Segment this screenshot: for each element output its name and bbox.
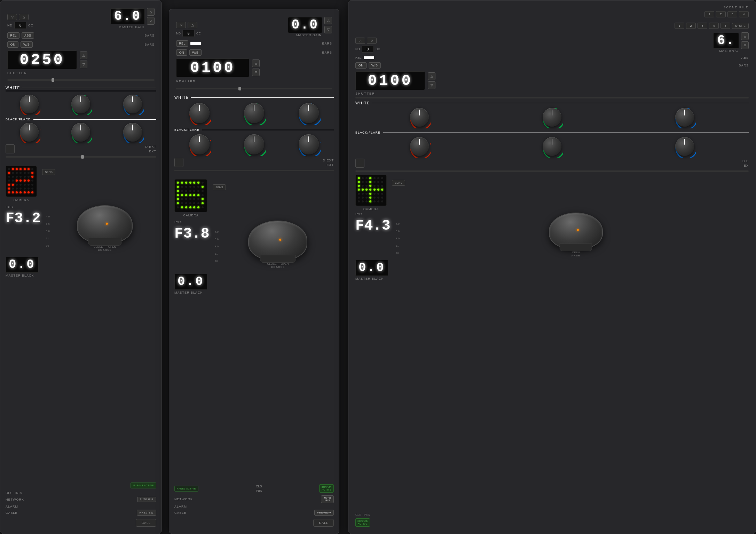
- sf-2[interactable]: 2: [716, 11, 726, 17]
- iris-wheel-3[interactable]: [549, 213, 603, 249]
- iris-wheel-1[interactable]: [77, 205, 133, 244]
- iris-label-1: IRIS: [6, 205, 41, 209]
- shutter-3: 0100: [355, 71, 425, 90]
- wb-3[interactable]: W/B: [369, 62, 381, 69]
- store-btn-3[interactable]: STORE: [732, 23, 749, 29]
- slider-1[interactable]: [7, 79, 155, 81]
- preview-2[interactable]: PREVIEW: [314, 510, 334, 516]
- sens-btn-2[interactable]: SENS: [213, 184, 226, 190]
- rel-3: REL: [355, 56, 362, 59]
- shutter-up-2[interactable]: △: [252, 59, 260, 67]
- w-green-dial-2[interactable]: [244, 103, 264, 123]
- s11-3: 11: [396, 244, 400, 247]
- ext-label-1: EXT: [149, 150, 156, 153]
- cable-label-1: CABLE: [6, 511, 18, 515]
- shutter-up-1[interactable]: △: [80, 51, 87, 59]
- up-btn-p2-1[interactable]: ▽: [176, 22, 186, 28]
- slider-bf-2[interactable]: [174, 170, 334, 171]
- rel-btn-1[interactable]: REL: [7, 32, 19, 39]
- on-btn-1[interactable]: ON: [7, 41, 18, 48]
- w-g-dial-3[interactable]: [543, 108, 561, 127]
- up-btn-p2-2[interactable]: △: [188, 22, 197, 28]
- iris-area-1: IRIS F3.2 4.0 5.6 8.0 11 16 C: [0, 204, 162, 255]
- slider-bf-3[interactable]: [355, 170, 749, 172]
- sh-dn-3[interactable]: ▽: [428, 81, 435, 89]
- white-red-knob-dial-1[interactable]: [20, 95, 39, 113]
- sens-3[interactable]: SENS: [392, 180, 405, 186]
- bf-red-dial-2[interactable]: [189, 134, 210, 154]
- rel-btn-2[interactable]: REL: [176, 40, 188, 47]
- auto-iris-2[interactable]: AUTOIRIS: [321, 495, 334, 503]
- gain-down-1[interactable]: ▽: [147, 17, 155, 25]
- camera-panel-3: SCENE FILE 1 2 3 4 1 2 3: [348, 0, 756, 534]
- on-3[interactable]: ON: [355, 62, 367, 69]
- gain-down-2[interactable]: ▽: [324, 26, 332, 33]
- white-blue-knob-1: [109, 95, 156, 113]
- shutter-down-1[interactable]: ▽: [80, 61, 87, 68]
- bf-btn-3[interactable]: [355, 159, 364, 168]
- iris-disp-3: F4.3: [355, 217, 391, 234]
- bf-b-dial-3[interactable]: [675, 137, 694, 156]
- white-blue-knob-dial-1[interactable]: [123, 95, 142, 113]
- bf-blue-knob-dial-1[interactable]: [123, 123, 142, 142]
- camera-area-2: CAMERA SENS: [169, 177, 339, 219]
- slider-p3[interactable]: [355, 97, 749, 98]
- call-btn-2[interactable]: CALL: [313, 519, 334, 527]
- network-2: NETWORK: [174, 497, 193, 501]
- gain-up-2[interactable]: △: [324, 17, 332, 24]
- iris-mb-3[interactable]: IRIS/MBACTIVE: [355, 518, 370, 527]
- slider-2[interactable]: [6, 156, 156, 158]
- abs-3: ABS: [741, 56, 749, 59]
- num-1[interactable]: 1: [675, 23, 684, 29]
- shutter-down-2[interactable]: ▽: [252, 69, 260, 76]
- bars-3: BARS: [739, 64, 749, 67]
- iris-wheel-2[interactable]: [248, 221, 307, 261]
- iris-area-2: IRIS F3.8 4.0 5.6 8.0 11 16 CLOSE OPEN C…: [169, 219, 339, 272]
- bf-btn-2[interactable]: [174, 158, 183, 167]
- num-5[interactable]: 5: [720, 23, 730, 29]
- iris-mb-active-1[interactable]: IRIS/MB ACTIVE: [131, 483, 156, 488]
- wb-btn-1[interactable]: W/B: [21, 41, 33, 48]
- up-btn-1[interactable]: ▽: [7, 14, 17, 20]
- w-red-dial-2[interactable]: [189, 103, 210, 123]
- blackflare-btn-1[interactable]: [6, 144, 15, 153]
- w-r-dial-3[interactable]: [410, 108, 429, 127]
- iris-mb-2[interactable]: IRIS/MBACTIVE: [319, 484, 334, 493]
- bf-g-3: [488, 137, 616, 156]
- up-p3-2[interactable]: ▽: [367, 38, 377, 44]
- bf-blue-dial-2[interactable]: [299, 134, 319, 154]
- num-3[interactable]: 3: [698, 23, 707, 29]
- sens-btn-1[interactable]: SENS: [42, 169, 55, 175]
- bars-label-2b: BARS: [322, 51, 332, 54]
- sf-3[interactable]: 3: [727, 11, 737, 17]
- num-2[interactable]: 2: [686, 23, 696, 29]
- on-btn-2[interactable]: ON: [176, 49, 187, 56]
- num-4[interactable]: 4: [709, 23, 719, 29]
- abs-btn-1[interactable]: ABS: [22, 32, 34, 39]
- sf-1[interactable]: 1: [704, 11, 714, 17]
- up-btn-2[interactable]: △: [19, 14, 29, 20]
- bf-g-dial-3[interactable]: [543, 137, 561, 156]
- mg-label-3: MASTER G: [384, 49, 738, 53]
- panel-3-main: 1 2 3 4 5 STORE △ ▽: [348, 19, 756, 284]
- bf-green-dial-2[interactable]: [244, 134, 264, 154]
- gain-up-3[interactable]: △: [741, 32, 749, 40]
- w-r-3: [355, 108, 484, 127]
- sf-4[interactable]: 4: [739, 11, 749, 17]
- iris-label-2: IRIS: [174, 221, 210, 224]
- slider-p2[interactable]: [176, 88, 332, 89]
- panel-active-2[interactable]: PANEL ACTIVE: [174, 486, 198, 492]
- gain-up-1[interactable]: △: [147, 8, 155, 16]
- wb-btn-2[interactable]: W/B: [189, 49, 202, 56]
- sh-up-3[interactable]: △: [428, 72, 435, 80]
- auto-iris-btn-1[interactable]: AUTO IRIS: [137, 497, 156, 502]
- w-green-2: [229, 103, 279, 123]
- w-blue-dial-2[interactable]: [299, 103, 319, 123]
- bf-red-knob-dial-1[interactable]: [20, 123, 39, 142]
- up-p3-1[interactable]: △: [355, 38, 365, 44]
- preview-btn-1[interactable]: PREVIEW: [137, 510, 156, 516]
- call-btn-1[interactable]: CALL: [136, 519, 156, 527]
- gain-down-3[interactable]: ▽: [741, 41, 749, 49]
- bf-r-dial-3[interactable]: [410, 137, 429, 156]
- w-b-dial-3[interactable]: [675, 108, 694, 127]
